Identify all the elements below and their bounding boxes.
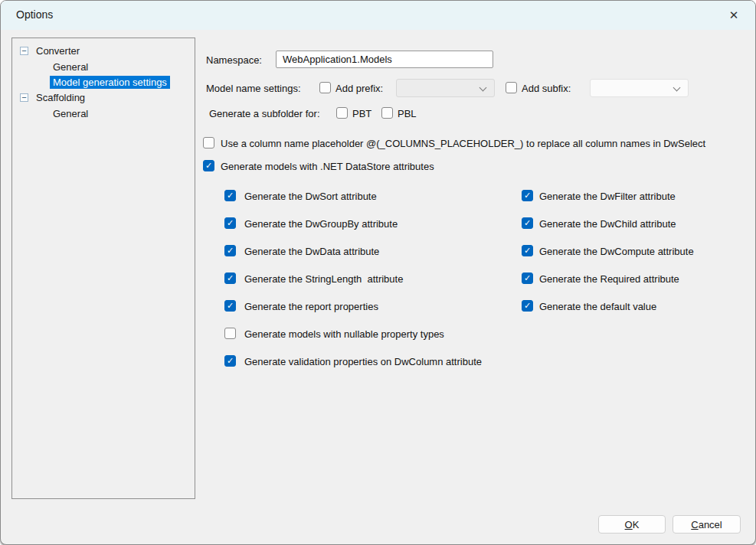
stringlength-label: Generate the StringLength attribute (244, 273, 403, 286)
add-subfix-checkbox[interactable]: ✓ (506, 82, 517, 93)
check-icon: ✓ (524, 219, 531, 227)
cancel-button[interactable]: Cancel (673, 515, 741, 534)
namespace-label: Namespace: (206, 54, 262, 67)
datastore-attributes-label: Generate models with .NET DataStore attr… (221, 161, 434, 173)
ok-button[interactable]: OK (598, 515, 666, 534)
tree-item-scaffolding-general[interactable]: General (53, 108, 88, 119)
prefix-combobox[interactable] (396, 79, 495, 97)
check-icon: ✓ (227, 274, 234, 282)
column-placeholder-checkbox[interactable]: ✓ (203, 137, 214, 148)
tree-item-converter-general[interactable]: General (53, 61, 88, 73)
dwsort-label: Generate the DwSort attribute (244, 191, 377, 203)
check-icon: ✓ (205, 162, 212, 170)
datastore-attributes-checkbox[interactable]: ✓ (203, 160, 214, 171)
subfix-combobox[interactable] (590, 79, 689, 97)
pbt-label: PBT (352, 108, 371, 120)
default-value-checkbox[interactable]: ✓ (522, 300, 533, 312)
options-dialog: Options ✕ − Converter General Model gene… (0, 0, 756, 545)
default-value-label: Generate the default value (539, 301, 656, 313)
report-properties-checkbox[interactable]: ✓ (224, 300, 236, 312)
dwdata-checkbox[interactable]: ✓ (224, 245, 236, 256)
add-prefix-label: Add prefix: (335, 83, 383, 95)
collapse-icon[interactable]: − (20, 93, 28, 102)
dwgroupby-label: Generate the DwGroupBy attribute (244, 218, 398, 230)
check-icon: ✓ (524, 302, 531, 310)
close-icon: ✕ (729, 8, 739, 22)
collapse-icon[interactable]: − (20, 47, 28, 55)
check-icon: ✓ (227, 357, 234, 365)
subfolder-label: Generate a subfolder for: (209, 108, 320, 120)
dwdata-label: Generate the DwData attribute (244, 246, 379, 258)
stringlength-checkbox[interactable]: ✓ (224, 272, 236, 284)
tree-item-scaffolding[interactable]: Scaffolding (36, 92, 85, 103)
dwchild-checkbox[interactable]: ✓ (522, 217, 533, 229)
required-checkbox[interactable]: ✓ (522, 272, 533, 284)
dwsort-checkbox[interactable]: ✓ (224, 190, 236, 201)
model-name-settings-label: Model name settings: (206, 83, 301, 95)
check-icon: ✓ (524, 274, 531, 282)
dwcompute-label: Generate the DwCompute attribute (539, 246, 694, 258)
nullable-types-checkbox[interactable]: ✓ (224, 328, 236, 339)
window-title: Options (16, 8, 53, 21)
check-icon: ✓ (227, 219, 234, 227)
column-placeholder-label: Use a column name placeholder @(_COLUMNS… (221, 138, 705, 150)
minus-glyph: − (21, 47, 26, 54)
required-label: Generate the Required attribute (539, 273, 679, 286)
check-icon: ✓ (524, 246, 531, 255)
validation-properties-checkbox[interactable]: ✓ (224, 355, 236, 367)
dwgroupby-checkbox[interactable]: ✓ (224, 217, 236, 229)
minus-glyph: − (21, 94, 26, 101)
report-properties-label: Generate the report properties (244, 301, 378, 313)
namespace-input[interactable] (276, 51, 493, 68)
pbl-checkbox[interactable]: ✓ (381, 107, 393, 119)
pbt-checkbox[interactable]: ✓ (336, 107, 348, 119)
validation-properties-label: Generate validation properties on DwColu… (244, 356, 482, 368)
check-icon: ✓ (524, 191, 531, 200)
dwfilter-checkbox[interactable]: ✓ (522, 190, 533, 201)
nullable-types-label: Generate models with nullable property t… (244, 328, 444, 341)
add-prefix-checkbox[interactable]: ✓ (319, 82, 331, 93)
chevron-down-icon (479, 84, 487, 92)
pbl-label: PBL (398, 108, 417, 120)
add-subfix-label: Add subfix: (522, 83, 571, 95)
dwcompute-checkbox[interactable]: ✓ (522, 245, 533, 256)
check-icon: ✓ (227, 246, 234, 255)
dwchild-label: Generate the DwChild attribute (539, 218, 676, 230)
tree-item-converter[interactable]: Converter (36, 45, 80, 57)
chevron-down-icon (673, 84, 681, 92)
cancel-button-label: Cancel (691, 519, 722, 530)
check-icon: ✓ (227, 302, 234, 310)
check-icon: ✓ (227, 191, 234, 200)
dwfilter-label: Generate the DwFilter attribute (539, 191, 676, 203)
settings-tree: − Converter General Model generation set… (11, 38, 195, 499)
title-bar: Options ✕ (1, 1, 755, 30)
close-button[interactable]: ✕ (718, 4, 749, 27)
ok-button-label: OK (625, 519, 640, 530)
tree-item-model-generation-settings[interactable]: Model generation settings (50, 76, 170, 89)
